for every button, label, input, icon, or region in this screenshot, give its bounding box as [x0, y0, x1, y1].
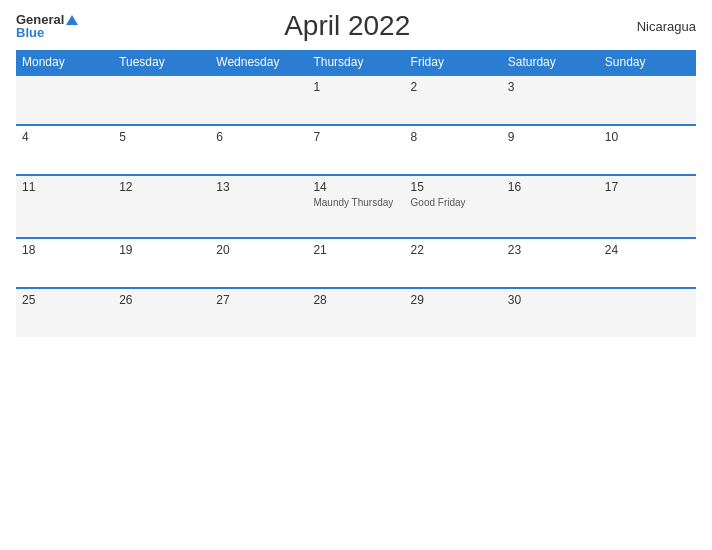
calendar-week-row: 11121314Maundy Thursday15Good Friday1617 [16, 175, 696, 238]
month-title: April 2022 [78, 10, 616, 42]
day-number: 22 [411, 243, 496, 257]
day-number: 24 [605, 243, 690, 257]
day-number: 23 [508, 243, 593, 257]
col-friday: Friday [405, 50, 502, 75]
logo: General Blue [16, 13, 78, 39]
calendar-cell: 6 [210, 125, 307, 175]
calendar-cell: 17 [599, 175, 696, 238]
day-number: 21 [313, 243, 398, 257]
calendar-cell: 1 [307, 75, 404, 125]
calendar-page: General Blue April 2022 Nicaragua Monday… [0, 0, 712, 550]
day-number: 11 [22, 180, 107, 194]
col-saturday: Saturday [502, 50, 599, 75]
calendar-cell: 10 [599, 125, 696, 175]
calendar-header-row: Monday Tuesday Wednesday Thursday Friday… [16, 50, 696, 75]
day-number: 20 [216, 243, 301, 257]
day-number: 25 [22, 293, 107, 307]
calendar-cell: 27 [210, 288, 307, 337]
calendar-cell: 20 [210, 238, 307, 288]
calendar-table: Monday Tuesday Wednesday Thursday Friday… [16, 50, 696, 337]
col-wednesday: Wednesday [210, 50, 307, 75]
day-number: 10 [605, 130, 690, 144]
calendar-cell: 12 [113, 175, 210, 238]
day-number: 19 [119, 243, 204, 257]
calendar-cell: 26 [113, 288, 210, 337]
calendar-cell: 2 [405, 75, 502, 125]
calendar-cell: 29 [405, 288, 502, 337]
calendar-cell: 30 [502, 288, 599, 337]
holiday-label: Good Friday [411, 196, 496, 209]
logo-triangle-icon [66, 15, 78, 25]
calendar-cell: 24 [599, 238, 696, 288]
calendar-week-row: 123 [16, 75, 696, 125]
calendar-week-row: 252627282930 [16, 288, 696, 337]
calendar-cell [16, 75, 113, 125]
day-number: 1 [313, 80, 398, 94]
day-number: 15 [411, 180, 496, 194]
country-label: Nicaragua [616, 19, 696, 34]
calendar-cell: 16 [502, 175, 599, 238]
day-number: 17 [605, 180, 690, 194]
calendar-cell: 21 [307, 238, 404, 288]
col-monday: Monday [16, 50, 113, 75]
day-number: 27 [216, 293, 301, 307]
logo-blue: Blue [16, 26, 78, 39]
day-number: 6 [216, 130, 301, 144]
day-number: 30 [508, 293, 593, 307]
calendar-cell: 25 [16, 288, 113, 337]
calendar-cell: 3 [502, 75, 599, 125]
calendar-cell [599, 75, 696, 125]
holiday-label: Maundy Thursday [313, 196, 398, 209]
calendar-cell: 5 [113, 125, 210, 175]
day-number: 13 [216, 180, 301, 194]
day-number: 8 [411, 130, 496, 144]
day-number: 26 [119, 293, 204, 307]
day-number: 4 [22, 130, 107, 144]
calendar-cell: 8 [405, 125, 502, 175]
calendar-cell: 4 [16, 125, 113, 175]
calendar-cell [599, 288, 696, 337]
calendar-cell: 11 [16, 175, 113, 238]
col-sunday: Sunday [599, 50, 696, 75]
calendar-cell: 23 [502, 238, 599, 288]
calendar-week-row: 18192021222324 [16, 238, 696, 288]
calendar-cell: 19 [113, 238, 210, 288]
calendar-cell: 15Good Friday [405, 175, 502, 238]
calendar-week-row: 45678910 [16, 125, 696, 175]
day-number: 9 [508, 130, 593, 144]
col-tuesday: Tuesday [113, 50, 210, 75]
calendar-cell: 18 [16, 238, 113, 288]
day-number: 18 [22, 243, 107, 257]
day-number: 16 [508, 180, 593, 194]
calendar-cell: 22 [405, 238, 502, 288]
calendar-cell: 28 [307, 288, 404, 337]
calendar-cell [210, 75, 307, 125]
day-number: 14 [313, 180, 398, 194]
day-number: 7 [313, 130, 398, 144]
day-number: 2 [411, 80, 496, 94]
col-thursday: Thursday [307, 50, 404, 75]
day-number: 29 [411, 293, 496, 307]
calendar-cell: 9 [502, 125, 599, 175]
calendar-cell [113, 75, 210, 125]
calendar-cell: 7 [307, 125, 404, 175]
calendar-cell: 13 [210, 175, 307, 238]
header: General Blue April 2022 Nicaragua [16, 10, 696, 42]
day-number: 5 [119, 130, 204, 144]
calendar-cell: 14Maundy Thursday [307, 175, 404, 238]
day-number: 3 [508, 80, 593, 94]
day-number: 28 [313, 293, 398, 307]
day-number: 12 [119, 180, 204, 194]
